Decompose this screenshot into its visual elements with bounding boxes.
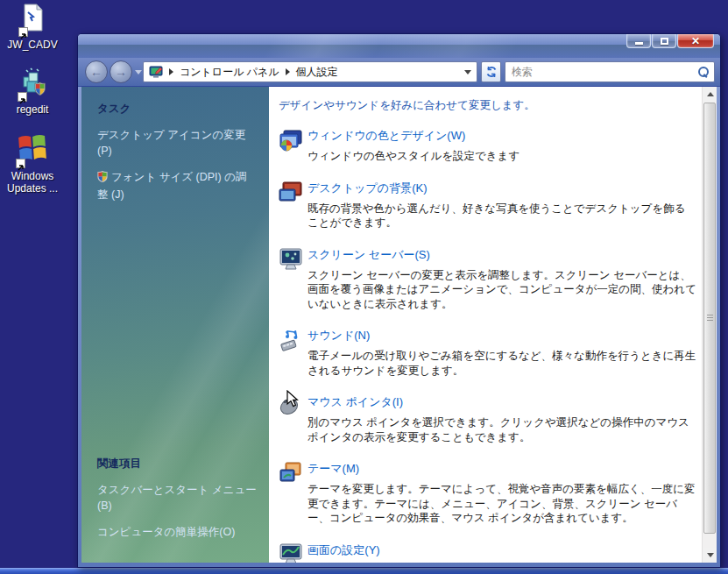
- desc-screen-saver: スクリーン セーバーの変更と表示を調整します。スクリーン セーバーとは、画面を覆…: [307, 268, 696, 312]
- desktop-icon-label: Windows Updates ...: [0, 170, 65, 195]
- list-item-theme: テーマ(M) テーマを変更します。テーマによって、視覚や音声の要素を幅広く、一度…: [279, 461, 698, 526]
- link-display-settings[interactable]: 画面の設定(Y): [307, 542, 696, 558]
- display-settings-icon: [279, 542, 307, 563]
- caption-buttons: ✕: [626, 34, 714, 48]
- recent-pages-dropdown-icon[interactable]: [135, 70, 142, 74]
- minimize-icon: [635, 42, 643, 45]
- tasks-heading: タスク: [97, 102, 258, 117]
- desktop-background-icon: [279, 181, 307, 230]
- list-item-desktop-background: デスクトップの背景(K) 既存の背景や色から選んだり、好きな写真を使うことでデス…: [279, 181, 698, 230]
- windows-flag-icon: [16, 131, 49, 168]
- desc-mouse-pointer: 別のマウス ポインタを選択できます。クリックや選択などの操作中のマウス ポインタ…: [307, 415, 696, 444]
- close-button[interactable]: ✕: [677, 34, 714, 48]
- minimize-button[interactable]: [626, 34, 651, 48]
- breadcrumb-control-panel[interactable]: コントロール パネル: [180, 65, 279, 80]
- address-bar[interactable]: コントロール パネル 個人設定: [143, 61, 477, 82]
- back-arrow-icon: ←: [90, 65, 102, 79]
- scroll-up-icon: [707, 92, 714, 96]
- breadcrumb-separator-icon: [169, 68, 173, 75]
- link-mouse-pointer[interactable]: マウス ポインタ(I): [307, 394, 696, 410]
- regedit-icon: [18, 67, 47, 102]
- shortcut-arrow-icon: [18, 27, 28, 37]
- screen-saver-icon: [279, 247, 307, 312]
- personalization-address-icon: [149, 66, 163, 79]
- taskbar[interactable]: [0, 568, 728, 574]
- refresh-button[interactable]: [481, 61, 501, 82]
- breadcrumb-personalization[interactable]: 個人設定: [296, 65, 338, 80]
- link-theme[interactable]: テーマ(M): [307, 461, 696, 477]
- scrollbar-grip-icon: [707, 315, 713, 322]
- desktop-icon-jw-cadv[interactable]: JW_CADV: [0, 4, 65, 51]
- link-window-color[interactable]: ウィンドウの色とデザイン(W): [307, 128, 696, 144]
- task-pane: タスク デスクトップ アイコンの変更 (P) フォント サイズ (DPI) の調…: [81, 87, 269, 563]
- mouse-pointer-icon: [279, 394, 307, 444]
- related-taskbar-start-menu[interactable]: タスクバーとスタート メニュー(B): [97, 482, 257, 514]
- navigation-toolbar: ← → コントロール パネル 個人設定: [78, 58, 720, 87]
- scroll-up-button[interactable]: [703, 87, 717, 102]
- shortcut-arrow-icon: [18, 92, 27, 102]
- related-items-heading: 関連項目: [97, 457, 258, 471]
- desc-theme: テーマを変更します。テーマによって、視覚や音声の要素を幅広く、一度に変更できます…: [307, 482, 696, 526]
- close-icon: ✕: [691, 35, 700, 47]
- list-item-window-color: ウィンドウの色とデザイン(W) ウィンドウの色やスタイルを設定できます: [279, 128, 698, 164]
- related-ease-of-access[interactable]: コンピュータの簡単操作(O): [97, 524, 257, 540]
- maximize-button[interactable]: [652, 34, 676, 48]
- breadcrumb-separator-icon: [286, 68, 290, 75]
- forward-arrow-icon: →: [115, 65, 127, 79]
- theme-icon: [279, 461, 307, 526]
- link-desktop-background[interactable]: デスクトップの背景(K): [307, 181, 696, 196]
- desc-window-color: ウィンドウの色やスタイルを設定できます: [307, 149, 696, 164]
- personalization-window: ✕ ← → コントロール パネル 個人設定: [77, 33, 721, 568]
- list-item-display-settings: 画面の設定(Y) モニタの解像度を調節して表示の設定を変更し、スクリーンに表示さ…: [279, 542, 698, 563]
- list-item-sound: サウンド(N) 電子メールの受け取りやごみ箱を空にするなど、様々な動作を行うとき…: [279, 328, 698, 378]
- task-change-desktop-icons[interactable]: デスクトップ アイコンの変更 (P): [97, 127, 257, 159]
- search-input[interactable]: [512, 66, 697, 78]
- refresh-icon: [485, 66, 498, 78]
- window-content: タスク デスクトップ アイコンの変更 (P) フォント サイズ (DPI) の調…: [81, 87, 717, 563]
- settings-list: デザインやサウンドを好みに合わせて変更します。 ウィンドウ: [269, 87, 702, 563]
- list-item-mouse-pointer: マウス ポインタ(I) 別のマウス ポインタを選択できます。クリックや選択などの…: [279, 394, 698, 444]
- task-adjust-font-size-dpi[interactable]: フォント サイズ (DPI) の調整 (J): [97, 169, 257, 202]
- address-dropdown-icon[interactable]: [464, 70, 471, 74]
- search-box: [505, 61, 715, 82]
- forward-button[interactable]: →: [110, 60, 132, 83]
- desktop-icon-label: regedit: [0, 103, 65, 116]
- desktop-icon-windows-updates[interactable]: Windows Updates ...: [0, 131, 65, 195]
- task-label: フォント サイズ (DPI) の調整 (J): [97, 171, 246, 201]
- scrollbar-thumb[interactable]: [703, 103, 716, 534]
- search-icon[interactable]: [697, 67, 708, 77]
- desc-desktop-background: 既存の背景や色から選んだり、好きな写真を使うことでデスクトップを飾ることができま…: [307, 202, 696, 230]
- page-intro-text: デザインやサウンドを好みに合わせて変更します。: [279, 98, 698, 113]
- maximize-icon: [661, 38, 668, 45]
- shortcut-arrow-icon: [16, 159, 25, 168]
- desc-sound: 電子メールの受け取りやごみ箱を空にするなど、様々な動作を行うときに再生されるサウ…: [307, 349, 696, 378]
- uac-shield-icon: [97, 171, 108, 187]
- window-color-icon: [279, 128, 307, 164]
- link-screen-saver[interactable]: スクリーン セーバー(S): [307, 247, 696, 263]
- link-sound[interactable]: サウンド(N): [307, 328, 696, 344]
- document-shortcut-icon: [18, 4, 46, 37]
- title-bar[interactable]: [78, 34, 720, 58]
- desktop-icon-label: JW_CADV: [0, 39, 65, 51]
- desktop-icon-regedit[interactable]: regedit: [0, 67, 65, 116]
- list-item-screen-saver: スクリーン セーバー(S) スクリーン セーバーの変更と表示を調整します。スクリ…: [279, 247, 698, 312]
- scroll-down-icon: [707, 553, 714, 557]
- back-button[interactable]: ←: [85, 60, 108, 83]
- vertical-scrollbar[interactable]: [702, 87, 717, 563]
- sound-icon: [279, 328, 307, 378]
- scroll-down-button[interactable]: [703, 548, 717, 563]
